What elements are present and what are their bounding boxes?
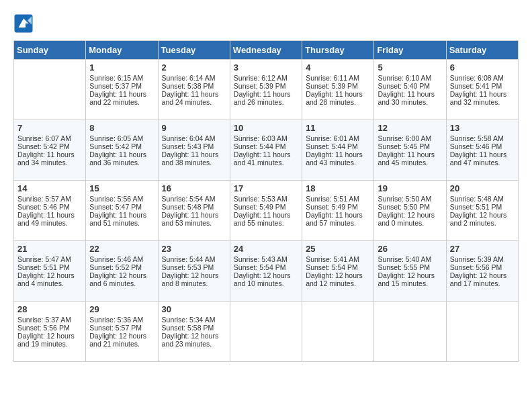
header-thursday: Thursday <box>302 41 374 60</box>
cell-text: Sunrise: 6:08 AM <box>450 74 515 82</box>
cell-text: and 19 minutes. <box>17 340 82 348</box>
cell-text: Daylight: 11 hours <box>378 150 442 158</box>
calendar-cell: 11Sunrise: 6:01 AMSunset: 5:44 PMDayligh… <box>302 120 374 181</box>
cell-text: Sunrise: 6:11 AM <box>306 74 370 82</box>
cell-text: Sunrise: 5:54 AM <box>162 195 226 203</box>
cell-text: Sunset: 5:54 PM <box>234 263 298 271</box>
calendar-cell <box>230 302 302 362</box>
calendar-cell: 16Sunrise: 5:54 AMSunset: 5:48 PMDayligh… <box>158 181 230 241</box>
cell-text: Daylight: 11 hours <box>162 211 226 219</box>
cell-text: Sunset: 5:44 PM <box>234 142 298 150</box>
cell-text: Daylight: 12 hours <box>89 271 154 279</box>
cell-text: Daylight: 12 hours <box>450 271 515 279</box>
day-number: 24 <box>234 244 298 254</box>
cell-text: Sunset: 5:57 PM <box>89 324 154 332</box>
calendar-cell: 6Sunrise: 6:08 AMSunset: 5:41 PMDaylight… <box>446 60 518 120</box>
cell-text: Daylight: 11 hours <box>450 90 515 98</box>
cell-text: and 2 minutes. <box>450 219 515 227</box>
calendar-cell: 8Sunrise: 6:05 AMSunset: 5:42 PMDaylight… <box>86 120 158 181</box>
cell-text: Sunset: 5:41 PM <box>450 82 515 90</box>
calendar-cell: 28Sunrise: 5:37 AMSunset: 5:56 PMDayligh… <box>14 302 86 362</box>
day-number: 26 <box>378 244 442 254</box>
cell-text: Sunset: 5:46 PM <box>450 142 515 150</box>
cell-text: Daylight: 11 hours <box>17 211 82 219</box>
calendar-cell: 21Sunrise: 5:47 AMSunset: 5:51 PMDayligh… <box>14 241 86 302</box>
cell-text: Sunset: 5:58 PM <box>162 324 226 332</box>
calendar-cell <box>302 302 374 362</box>
day-number: 23 <box>162 244 226 254</box>
cell-text: and 12 minutes. <box>306 279 370 287</box>
cell-text: Sunset: 5:56 PM <box>17 324 82 332</box>
cell-text: Sunset: 5:43 PM <box>162 142 226 150</box>
day-number: 25 <box>306 244 370 254</box>
day-number: 3 <box>234 62 298 73</box>
logo-icon <box>13 13 34 34</box>
cell-text: Sunrise: 6:14 AM <box>162 74 226 82</box>
calendar-cell: 27Sunrise: 5:39 AMSunset: 5:56 PMDayligh… <box>446 241 518 302</box>
cell-text: Sunset: 5:37 PM <box>89 82 154 90</box>
header-friday: Friday <box>374 41 446 60</box>
cell-text: Sunrise: 5:43 AM <box>234 255 298 263</box>
cell-text: Sunrise: 6:07 AM <box>17 134 82 142</box>
cell-text: Daylight: 12 hours <box>17 332 82 340</box>
cell-text: Sunset: 5:52 PM <box>89 263 154 271</box>
cell-text: Sunset: 5:44 PM <box>306 142 370 150</box>
day-number: 12 <box>378 123 442 133</box>
day-number: 7 <box>17 123 82 133</box>
cell-text: Daylight: 11 hours <box>17 150 82 158</box>
calendar-cell: 12Sunrise: 6:00 AMSunset: 5:45 PMDayligh… <box>374 120 446 181</box>
cell-text: Daylight: 11 hours <box>306 211 370 219</box>
day-number: 14 <box>17 183 82 193</box>
day-number: 30 <box>162 304 226 314</box>
day-number: 16 <box>162 183 226 193</box>
cell-text: Sunset: 5:54 PM <box>306 263 370 271</box>
cell-text: Sunrise: 6:05 AM <box>89 134 154 142</box>
calendar-cell: 14Sunrise: 5:57 AMSunset: 5:46 PMDayligh… <box>14 181 86 241</box>
cell-text: Sunset: 5:55 PM <box>378 263 442 271</box>
day-number: 8 <box>89 123 154 133</box>
cell-text: Daylight: 12 hours <box>162 271 226 279</box>
cell-text: and 32 minutes. <box>450 98 515 106</box>
cell-text: Sunrise: 6:15 AM <box>89 74 154 82</box>
cell-text: and 55 minutes. <box>234 219 298 227</box>
calendar-cell: 3Sunrise: 6:12 AMSunset: 5:39 PMDaylight… <box>230 60 302 120</box>
cell-text: Daylight: 12 hours <box>162 332 226 340</box>
cell-text: Sunset: 5:56 PM <box>450 263 515 271</box>
cell-text: and 23 minutes. <box>162 340 226 348</box>
cell-text: Sunrise: 5:34 AM <box>162 316 226 324</box>
day-number: 15 <box>89 183 154 193</box>
cell-text: Daylight: 11 hours <box>234 150 298 158</box>
day-number: 6 <box>450 62 515 73</box>
calendar-cell <box>374 302 446 362</box>
cell-text: Sunset: 5:49 PM <box>234 203 298 211</box>
cell-text: Daylight: 12 hours <box>378 211 442 219</box>
header-tuesday: Tuesday <box>158 41 230 60</box>
cell-text: Sunrise: 5:39 AM <box>450 255 515 263</box>
cell-text: and 22 minutes. <box>89 98 154 106</box>
cell-text: Daylight: 12 hours <box>450 211 515 219</box>
cell-text: and 10 minutes. <box>234 279 298 287</box>
cell-text: Daylight: 11 hours <box>450 150 515 158</box>
cell-text: and 6 minutes. <box>89 279 154 287</box>
calendar-cell: 25Sunrise: 5:41 AMSunset: 5:54 PMDayligh… <box>302 241 374 302</box>
cell-text: Daylight: 12 hours <box>17 271 82 279</box>
cell-text: Sunrise: 5:44 AM <box>162 255 226 263</box>
calendar-cell: 4Sunrise: 6:11 AMSunset: 5:39 PMDaylight… <box>302 60 374 120</box>
cell-text: Sunrise: 5:47 AM <box>17 255 82 263</box>
day-number: 28 <box>17 304 82 314</box>
cell-text: Sunrise: 6:01 AM <box>306 134 370 142</box>
cell-text: and 57 minutes. <box>306 219 370 227</box>
cell-text: Sunset: 5:42 PM <box>89 142 154 150</box>
cell-text: Sunrise: 5:48 AM <box>450 195 515 203</box>
cell-text: Daylight: 11 hours <box>162 150 226 158</box>
cell-text: Sunset: 5:51 PM <box>17 263 82 271</box>
calendar-cell <box>14 60 86 120</box>
calendar-cell: 10Sunrise: 6:03 AMSunset: 5:44 PMDayligh… <box>230 120 302 181</box>
day-number: 19 <box>378 183 442 193</box>
cell-text: Sunrise: 5:40 AM <box>378 255 442 263</box>
calendar-week-row: 7Sunrise: 6:07 AMSunset: 5:42 PMDaylight… <box>14 120 519 181</box>
cell-text: Daylight: 11 hours <box>306 150 370 158</box>
cell-text: Sunset: 5:53 PM <box>162 263 226 271</box>
calendar-cell: 22Sunrise: 5:46 AMSunset: 5:52 PMDayligh… <box>86 241 158 302</box>
calendar-cell: 30Sunrise: 5:34 AMSunset: 5:58 PMDayligh… <box>158 302 230 362</box>
